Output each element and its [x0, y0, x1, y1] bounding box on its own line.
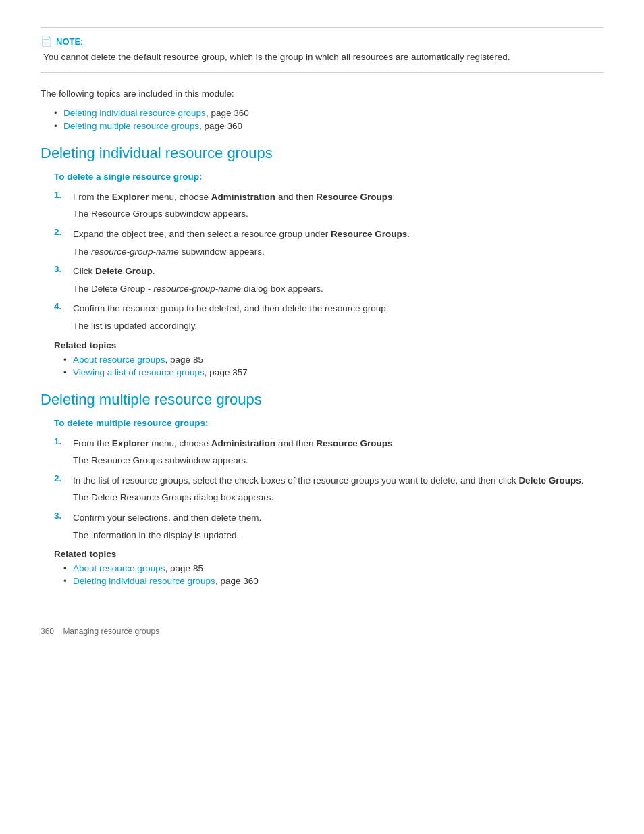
section1-related-2-anchor[interactable]: Viewing a list of resource groups [73, 367, 205, 377]
section2-related-1-anchor[interactable]: About resource groups [73, 563, 165, 573]
intro-link-2-anchor[interactable]: Deleting multiple resource groups [63, 121, 199, 131]
section2-step3: 3. Confirm your selections, and then del… [41, 511, 603, 525]
section1-step3: 3. Click Delete Group. [41, 264, 603, 279]
section2-step3-note: The information in the display is update… [73, 528, 603, 543]
intro-link-1: Deleting individual resource groups, pag… [54, 108, 603, 118]
section1-step2: 2. Expand the object tree, and then sele… [41, 227, 603, 242]
intro-link-1-anchor[interactable]: Deleting individual resource groups [63, 108, 206, 118]
section2-step3-number: 3. [54, 511, 70, 525]
section1-step2-note: The resource-group-name subwindow appear… [73, 244, 603, 259]
section2-step1-note: The Resource Groups subwindow appears. [73, 453, 603, 468]
section1-step3-number: 3. [54, 264, 70, 279]
section1: Deleting individual resource groups To d… [41, 145, 603, 377]
footer-text: Managing resource groups [63, 627, 159, 636]
section2-related-heading: Related topics [41, 549, 603, 559]
section2-step2-note: The Delete Resource Groups dialog box ap… [73, 490, 603, 505]
note-icon: 📄 [41, 36, 52, 47]
section2-step1-bold1: Explorer [112, 438, 149, 448]
section2-step2-bold1: Delete Groups [518, 475, 581, 486]
intro-links-list: Deleting individual resource groups, pag… [54, 108, 603, 131]
section1-step1-note: The Resource Groups subwindow appears. [73, 207, 603, 221]
section1-step1-bold3: Resource Groups [316, 192, 392, 202]
section1-step4: 4. Confirm the resource group to be dele… [41, 301, 603, 316]
section1-step3-content: Click Delete Group. [73, 264, 603, 279]
section1-step2-content: Expand the object tree, and then select … [73, 227, 603, 242]
section1-step3-note: The Delete Group - resource-group-name d… [73, 282, 603, 296]
section1-related-1: About resource groups, page 85 [63, 355, 603, 365]
section1-step2-number: 2. [54, 227, 70, 242]
page-container: 📄 NOTE: You cannot delete the default re… [0, 0, 644, 677]
intro-text: The following topics are included in thi… [41, 86, 603, 101]
section2-heading: Deleting multiple resource groups [41, 391, 603, 409]
section2-step1-number: 1. [54, 436, 70, 451]
intro-link-2: Deleting multiple resource groups, page … [54, 121, 603, 131]
section1-step4-number: 4. [54, 301, 70, 316]
section2-step2-number: 2. [54, 473, 70, 488]
note-box: 📄 NOTE: You cannot delete the default re… [41, 27, 603, 73]
section1-related-heading: Related topics [41, 340, 603, 350]
section1-related-1-anchor[interactable]: About resource groups [73, 355, 165, 365]
section1-step4-content: Confirm the resource group to be deleted… [73, 301, 603, 316]
section1-step1-bold1: Explorer [112, 192, 149, 202]
section2-step3-content: Confirm your selections, and then delete… [73, 511, 603, 525]
section1-step3-bold1: Delete Group [95, 266, 153, 276]
section1-heading: Deleting individual resource groups [41, 145, 603, 162]
section2-step1-bold2: Administration [211, 438, 275, 448]
section1-related-2: Viewing a list of resource groups, page … [63, 367, 603, 377]
section2: Deleting multiple resource groups To del… [41, 391, 603, 587]
section2-related-list: About resource groups, page 85 Deleting … [63, 563, 603, 586]
note-text1: You cannot delete the default resource g… [43, 52, 225, 62]
section2-step1-content: From the Explorer menu, choose Administr… [73, 436, 603, 451]
section2-step2-content: In the list of resource groups, select t… [73, 473, 603, 488]
footer-page-number: 360 [41, 627, 54, 636]
note-text2: , which is the group in which all resour… [225, 52, 510, 62]
note-header: 📄 NOTE: [41, 36, 603, 47]
section2-step1: 1. From the Explorer menu, choose Admini… [41, 436, 603, 451]
section2-subheading: To delete multiple resource groups: [41, 418, 603, 428]
section2-step1-bold3: Resource Groups [316, 438, 392, 448]
note-label: NOTE: [56, 36, 83, 47]
section1-step2-bold1: Resource Groups [331, 229, 407, 239]
section1-step4-note: The list is updated accordingly. [73, 319, 603, 334]
note-text: You cannot delete the default resource g… [41, 51, 603, 64]
section2-related-2-anchor[interactable]: Deleting individual resource groups [73, 576, 215, 586]
section2-related-1: About resource groups, page 85 [63, 563, 603, 573]
section1-subheading: To delete a single resource group: [41, 172, 603, 182]
section1-step3-italic: resource-group-name [153, 284, 241, 294]
section2-related-2: Deleting individual resource groups, pag… [63, 576, 603, 586]
section1-related-list: About resource groups, page 85 Viewing a… [63, 355, 603, 377]
section1-step1-content: From the Explorer menu, choose Administr… [73, 190, 603, 205]
section1-step2-italic: resource-group-name [91, 246, 179, 257]
section1-step1-number: 1. [54, 190, 70, 205]
section2-step2: 2. In the list of resource groups, selec… [41, 473, 603, 488]
footer: 360 Managing resource groups [41, 627, 603, 636]
section1-step1-bold2: Administration [211, 192, 275, 202]
section1-step1: 1. From the Explorer menu, choose Admini… [41, 190, 603, 205]
